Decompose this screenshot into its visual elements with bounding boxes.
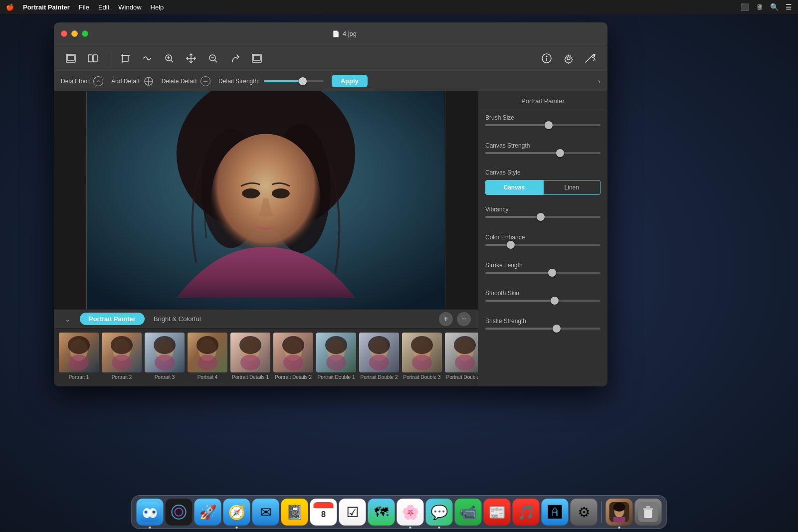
canvas-strength-thumb[interactable]	[556, 149, 564, 157]
stroke-length-thumb[interactable]	[548, 269, 556, 277]
dock-icon-siri[interactable]	[166, 499, 193, 526]
detail-strength-thumb[interactable]	[299, 77, 307, 85]
svg-point-68	[455, 355, 475, 370]
maximize-button[interactable]	[82, 30, 88, 37]
list-icon[interactable]: ☰	[786, 3, 792, 11]
detail-toolbar: Detail Tool: ○ Add Detail: Delete Detail…	[54, 71, 607, 91]
export-btn[interactable]	[248, 49, 266, 67]
app-menu-name[interactable]: Portrait Painter	[23, 3, 70, 11]
color-enhance-thumb[interactable]	[507, 241, 515, 249]
minimize-button[interactable]	[71, 30, 78, 37]
preset-item-7[interactable]: Portrait Double 2	[359, 333, 399, 380]
presets-thumbnails[interactable]: Portrait 1 Portrait 2 Portrait 3 Portrai…	[54, 329, 478, 386]
window-menu[interactable]: Window	[118, 3, 141, 11]
dock-icon-reminders[interactable]: ☑	[339, 499, 366, 526]
redo-btn[interactable]	[226, 49, 244, 67]
svg-point-81	[145, 511, 148, 514]
smooth-skin-label: Smooth Skin	[485, 290, 600, 297]
preset-label-2: Portrait 3	[155, 374, 175, 380]
bristle-strength-thumb[interactable]	[553, 325, 561, 333]
dock-icon-facetime[interactable]: 📹	[455, 499, 482, 526]
info-btn[interactable]	[538, 49, 556, 67]
zoom-in-btn[interactable]	[160, 49, 178, 67]
preset-item-6[interactable]: Portrait Double 1	[316, 333, 356, 380]
edit-menu[interactable]: Edit	[98, 3, 109, 11]
vibrancy-track[interactable]	[485, 216, 600, 218]
svg-point-47	[155, 355, 175, 370]
color-enhance-track[interactable]	[485, 244, 600, 246]
svg-point-21	[546, 56, 547, 57]
dock-icon-maps[interactable]: 🗺	[368, 499, 395, 526]
bristle-strength-track[interactable]	[485, 328, 600, 330]
dock-icon-trash[interactable]	[635, 499, 662, 526]
adjust-btn[interactable]	[138, 49, 156, 67]
dock-icon-finder[interactable]	[137, 499, 164, 526]
presets-tab-bright[interactable]: Bright & Colorful	[145, 313, 210, 325]
search-menu-icon[interactable]: 🔍	[770, 3, 779, 11]
preset-item-0[interactable]: Portrait 1	[59, 333, 99, 380]
preset-thumb-9	[445, 333, 478, 372]
add-detail-icon[interactable]	[144, 76, 154, 86]
presets-remove-btn[interactable]: −	[457, 312, 471, 326]
brush-size-thumb[interactable]	[545, 121, 553, 129]
presets-collapse-btn[interactable]: ⌄	[61, 312, 75, 326]
image-container[interactable]	[54, 91, 478, 309]
preset-label-7: Portrait Double 2	[360, 374, 398, 380]
dock-icon-portrait-painter-app[interactable]	[606, 499, 633, 526]
file-menu[interactable]: File	[79, 3, 89, 11]
presets-panel: ⌄ Portrait Painter Bright & Colorful + −…	[54, 309, 478, 386]
canvas-style-buttons: Canvas Linen	[485, 180, 600, 195]
preset-item-5[interactable]: Portrait Details 2	[273, 333, 313, 380]
detail-strength-track[interactable]	[264, 80, 324, 82]
magic-btn[interactable]	[582, 49, 599, 67]
zoom-out-btn[interactable]	[204, 49, 222, 67]
apple-menu[interactable]: 🍎	[6, 3, 14, 11]
preset-item-9[interactable]: Portrait Double 4	[445, 333, 478, 380]
dock-icon-news[interactable]: 📰	[484, 499, 511, 526]
svg-point-67	[454, 336, 476, 354]
close-button[interactable]	[61, 30, 67, 37]
dock-icon-mail[interactable]: ✉	[252, 499, 279, 526]
apply-button[interactable]: Apply	[332, 75, 368, 87]
dock-icon-launchpad[interactable]: 🚀	[195, 499, 221, 526]
stroke-length-track[interactable]	[485, 272, 600, 274]
dock-icon-messages[interactable]: 💬	[426, 499, 453, 526]
help-menu[interactable]: Help	[151, 3, 164, 11]
delete-detail-icon[interactable]	[200, 76, 210, 86]
image-view-btn[interactable]	[62, 49, 80, 67]
canvas-btn[interactable]: Canvas	[485, 180, 543, 195]
crop-btn[interactable]	[116, 49, 134, 67]
preset-item-1[interactable]: Portrait 2	[102, 333, 142, 380]
svg-point-44	[112, 355, 132, 370]
brush-size-track[interactable]	[485, 124, 600, 126]
detail-tool-icon[interactable]: ○	[93, 76, 103, 86]
vibrancy-thumb[interactable]	[537, 213, 545, 221]
preset-item-4[interactable]: Portrait Details 1	[230, 333, 270, 380]
smooth-skin-track[interactable]	[485, 300, 600, 302]
svg-point-50	[198, 355, 217, 370]
preset-item-8[interactable]: Portrait Double 3	[402, 333, 442, 380]
preset-thumb-5	[273, 333, 313, 372]
dock-icon-photos[interactable]: 🌸	[397, 499, 424, 526]
gear-btn[interactable]	[560, 49, 578, 67]
dock-icon-music[interactable]: 🎵	[513, 499, 540, 526]
dock-icon-appstore[interactable]: 🅰	[542, 499, 569, 526]
screen-icon[interactable]: 🖥	[756, 3, 763, 11]
svg-point-43	[111, 336, 133, 354]
dock-icon-calendar[interactable]: 8	[310, 499, 337, 526]
svg-rect-18	[253, 55, 260, 60]
preset-item-3[interactable]: Portrait 4	[188, 333, 227, 380]
compare-btn[interactable]	[84, 49, 102, 67]
detail-expand-arrow[interactable]: ›	[598, 77, 600, 85]
airplay-icon[interactable]: ⬛	[741, 3, 749, 11]
smooth-skin-thumb[interactable]	[551, 297, 559, 305]
canvas-strength-track[interactable]	[485, 152, 600, 154]
dock-icon-syspref[interactable]: ⚙	[571, 499, 598, 526]
preset-item-2[interactable]: Portrait 3	[145, 333, 185, 380]
presets-tab-portrait[interactable]: Portrait Painter	[80, 313, 145, 325]
dock-icon-notes[interactable]: 📓	[281, 499, 308, 526]
dock-icon-safari[interactable]: 🧭	[223, 499, 250, 526]
linen-btn[interactable]: Linen	[543, 180, 601, 195]
move-btn[interactable]	[182, 49, 200, 67]
presets-add-btn[interactable]: +	[439, 312, 453, 326]
